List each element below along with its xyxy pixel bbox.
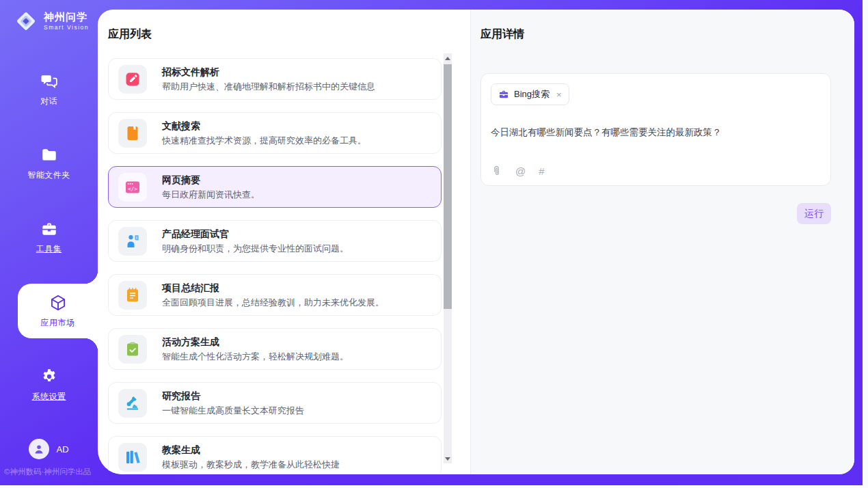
app-card-title: 教案生成: [162, 444, 340, 457]
book-icon: [124, 125, 141, 141]
tool-tag-label: Bing搜索: [514, 88, 550, 100]
app-icon-chip: [118, 389, 147, 418]
app-card-literature[interactable]: 文献搜索 快速精准查找学术资源，提高研究效率的必备工具。: [108, 112, 442, 154]
sidebar-item-market[interactable]: 应用市场: [18, 284, 98, 338]
user-icon: [33, 443, 45, 455]
list-scrollbar[interactable]: [444, 53, 452, 463]
app-card-description: 一键智能生成高质量长文本研究报告: [162, 405, 304, 417]
app-detail-title: 应用详情: [480, 27, 854, 42]
user-initials: AD: [56, 444, 68, 455]
web-code-icon: [124, 179, 141, 195]
app-icon-chip: [118, 335, 147, 364]
app-list: 招标文件解析 帮助用户快速、准确地理解和解析招标书中的关键信息 文献搜索 快速精…: [108, 58, 442, 474]
gear-icon: [40, 368, 58, 385]
app-card-pm-interview[interactable]: 产品经理面试官 明确身份和职责，为您提供专业性的面试问题。: [108, 220, 442, 262]
sidebar-item-label: 智能文件夹: [27, 170, 70, 181]
brand-gem-icon: [14, 9, 38, 33]
books-icon: [124, 449, 141, 465]
avatar: [29, 439, 49, 459]
interviewer-icon: [124, 233, 141, 249]
brand-logo: 神州问学 Smart Vision: [0, 0, 98, 33]
app-card-title: 研究报告: [162, 390, 304, 403]
scroll-down-icon[interactable]: [444, 454, 452, 463]
app-card-project-report[interactable]: 项目总结汇报 全面回顾项目进展，总结经验教训，助力未来优化发展。: [108, 274, 442, 316]
scroll-up-icon[interactable]: [444, 53, 452, 63]
copyright-footer: ©神州数码·神州问学出品: [4, 467, 91, 477]
prompt-card: Bing搜索 × 今日湖北有哪些新闻要点？有哪些需要关注的最新政策？ @ #: [480, 73, 831, 186]
app-card-research[interactable]: 研究报告 一键智能生成高质量长文本研究报告: [108, 382, 442, 424]
app-detail-panel: 应用详情 Bing搜索 × 今日湖北有哪些新闻要点？有哪些需要关注的最新政策？ …: [470, 10, 854, 474]
sidebar-item-chat[interactable]: 对话: [0, 62, 98, 117]
app-card-description: 智能生成个性化活动方案，轻松解决规划难题。: [162, 351, 349, 363]
app-window: 神州问学 Smart Vision 对话 智能文件夹 工具集: [0, 0, 863, 485]
app-card-description: 快速精准查找学术资源，提高研究效率的必备工具。: [162, 135, 366, 147]
app-card-description: 明确身份和职责，为您提供专业性的面试问题。: [162, 243, 349, 255]
sidebar-nav: 对话 智能文件夹 工具集 应用市场: [0, 62, 98, 431]
microscope-icon: [124, 395, 141, 411]
app-card-lesson-plan[interactable]: 教案生成 模板驱动，教案秒成，教学准备从此轻松快捷: [108, 436, 442, 474]
brand-subtitle: Smart Vision: [44, 24, 89, 31]
app-card-title: 项目总结汇报: [162, 282, 384, 295]
app-card-web-digest[interactable]: 网页摘要 每日政府新闻资讯快查。: [108, 166, 442, 208]
app-icon-chip: [118, 119, 147, 148]
app-icon-chip: [118, 173, 147, 202]
sidebar-item-label: 应用市场: [41, 317, 75, 329]
app-card-title: 产品经理面试官: [162, 228, 349, 241]
hash-icon[interactable]: #: [539, 166, 544, 176]
app-card-event-plan[interactable]: 活动方案生成 智能生成个性化活动方案，轻松解决规划难题。: [108, 328, 442, 370]
edit-doc-icon: [124, 71, 141, 87]
app-card-description: 帮助用户快速、准确地理解和解析招标书中的关键信息: [162, 81, 375, 93]
sidebar-item-tools[interactable]: 工具集: [0, 210, 98, 265]
main-content: 应用列表 招标文件解析 帮助用户快速、准确地理解和解析招标书中的关键信息: [98, 10, 854, 474]
user-account[interactable]: AD: [0, 439, 98, 459]
sidebar: 神州问学 Smart Vision 对话 智能文件夹 工具集: [0, 0, 98, 485]
app-card-title: 招标文件解析: [162, 66, 375, 79]
prompt-input[interactable]: 今日湖北有哪些新闻要点？有哪些需要关注的最新政策？: [491, 126, 821, 139]
app-icon-chip: [118, 65, 147, 94]
scrollbar-thumb[interactable]: [444, 64, 452, 309]
notebook-icon: [124, 287, 141, 303]
remove-tag-icon[interactable]: ×: [556, 90, 562, 99]
clipboard-check-icon: [124, 341, 141, 357]
sidebar-item-label: 对话: [40, 96, 57, 107]
cube-icon: [49, 294, 67, 312]
app-card-title: 网页摘要: [162, 174, 260, 187]
sidebar-item-settings[interactable]: 系统设置: [0, 357, 98, 412]
prompt-toolbar: @ #: [491, 165, 545, 177]
app-icon-chip: [118, 443, 147, 472]
app-list-title: 应用列表: [108, 27, 470, 42]
app-card-description: 每日政府新闻资讯快查。: [162, 189, 260, 201]
sidebar-item-label: 工具集: [36, 243, 62, 255]
attachment-icon[interactable]: [491, 165, 502, 177]
app-card-title: 文献搜索: [162, 120, 366, 133]
app-icon-chip: [118, 281, 147, 310]
run-button[interactable]: 运行: [797, 203, 831, 224]
app-list-panel: 应用列表 招标文件解析 帮助用户快速、准确地理解和解析招标书中的关键信息: [98, 10, 470, 474]
sidebar-item-label: 系统设置: [32, 391, 66, 403]
tool-tag-bing-search[interactable]: Bing搜索 ×: [491, 83, 569, 105]
app-card-title: 活动方案生成: [162, 336, 349, 349]
mention-icon[interactable]: @: [515, 166, 526, 176]
brand-name: 神州问学: [44, 12, 89, 23]
app-card-description: 全面回顾项目进展，总结经验教训，助力未来优化发展。: [162, 297, 384, 309]
toolbox-icon: [40, 220, 58, 238]
briefcase-icon: [498, 89, 509, 100]
app-card-description: 模板驱动，教案秒成，教学准备从此轻松快捷: [162, 459, 340, 471]
app-icon-chip: [118, 227, 147, 256]
app-card-bid-doc[interactable]: 招标文件解析 帮助用户快速、准确地理解和解析招标书中的关键信息: [108, 58, 442, 100]
folder-icon: [40, 146, 58, 164]
chat-icon: [40, 72, 58, 90]
sidebar-item-folders[interactable]: 智能文件夹: [0, 136, 98, 191]
